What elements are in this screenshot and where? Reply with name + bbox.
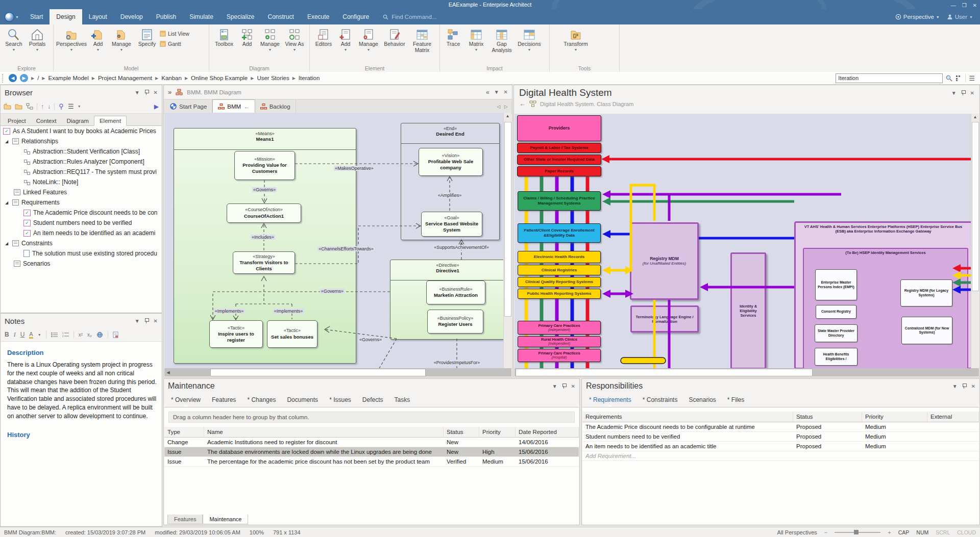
numbered-list-icon[interactable]: 1 2: [62, 332, 69, 338]
move-up-icon[interactable]: ↑: [41, 103, 44, 110]
tab-requirements[interactable]: * Requirements: [589, 396, 631, 403]
breadcrumb-item[interactable]: Kanban: [161, 75, 182, 81]
tab-tasks[interactable]: Tasks: [395, 396, 410, 403]
health-node-phrs[interactable]: Public Health Reporting Systems: [518, 289, 601, 299]
health-node-paper-records[interactable]: Paper Records: [517, 166, 601, 176]
list-view-button[interactable]: List View: [160, 31, 195, 37]
toggle-cloud[interactable]: CLOUD: [957, 529, 976, 535]
document-icon[interactable]: [113, 331, 118, 338]
expand-right-icon[interactable]: ▶: [154, 103, 159, 110]
model-hierarchy-icon[interactable]: [26, 103, 33, 110]
superscript-button[interactable]: x²: [79, 332, 83, 338]
underline-button[interactable]: U: [20, 331, 25, 338]
search-input[interactable]: [836, 73, 943, 83]
close-icon[interactable]: ✕: [971, 383, 975, 389]
gap-analysis-button[interactable]: Gap Analysis: [488, 27, 516, 53]
health-node-centralized-mdm[interactable]: Centralized MDM (for New Systems): [901, 317, 952, 344]
menu-icon[interactable]: ☰: [969, 74, 975, 82]
table-row[interactable]: The Academic Price discount needs to be …: [582, 422, 979, 432]
health-canvas[interactable]: Providers Payroll & Labor / Tax Systems …: [514, 114, 972, 369]
chevron-down-icon[interactable]: ▼: [494, 89, 499, 95]
breadcrumb-item[interactable]: /: [37, 75, 39, 81]
toolbox-button[interactable]: Toolbox: [211, 27, 237, 47]
expand-icon[interactable]: »: [168, 88, 172, 96]
tree-item[interactable]: ◢ Relationships: [1, 136, 161, 146]
diagram-manage-button[interactable]: Manage▼: [257, 27, 283, 52]
status-perspectives[interactable]: All Perspectives: [777, 529, 817, 535]
tab-start-page[interactable]: Start Page: [165, 99, 212, 113]
close-icon[interactable]: ✕: [154, 318, 158, 324]
maintenance-table-header[interactable]: TypeName StatusPriority Date Reported: [164, 427, 579, 438]
perspective-menu[interactable]: Perspective ▼: [895, 14, 940, 20]
health-node-claims[interactable]: Claims / Billing / Scheduling Practice M…: [518, 191, 601, 211]
tree-item[interactable]: Abstraction::Rules Analyzer [Component]: [1, 157, 161, 167]
tab-scroll-left-icon[interactable]: ◁: [497, 104, 500, 109]
expand-icon[interactable]: ◢: [5, 139, 10, 144]
tree-item[interactable]: ✓ The Academic Price discount needs to b…: [1, 208, 161, 218]
bmm-node-tactic-inspire[interactable]: «Tactic» Inspire users to register: [209, 320, 263, 348]
breadcrumb-item[interactable]: User Stories: [257, 75, 289, 81]
chevron-down-icon[interactable]: ▼: [135, 318, 140, 324]
health-node-ehr[interactable]: Electronic Health Records: [518, 251, 601, 263]
pin-icon[interactable]: [144, 90, 149, 95]
horizontal-scrollbar[interactable]: [514, 368, 979, 376]
folder-icon[interactable]: [15, 103, 22, 110]
expand-icon[interactable]: ◢: [5, 200, 10, 205]
bmm-node-vision[interactable]: «Vision» Profitable Web Sale company: [419, 148, 483, 176]
subscript-button[interactable]: x₂: [87, 332, 92, 338]
specify-button[interactable]: Specify: [134, 27, 160, 47]
toggle-num[interactable]: NUM: [916, 529, 928, 535]
tab-back-icon[interactable]: ←: [243, 104, 250, 110]
bullet-list-icon[interactable]: [51, 332, 58, 338]
health-node-primary-care-hospital[interactable]: Primary Care Practices(Hospital): [518, 349, 601, 362]
browser-tab-context[interactable]: Context: [31, 116, 62, 125]
close-icon[interactable]: ✕: [970, 90, 974, 96]
toggle-cap[interactable]: CAP: [898, 529, 910, 535]
expand-icon[interactable]: ◢: [5, 241, 10, 246]
chevron-down-icon[interactable]: ▼: [952, 383, 958, 389]
health-node-other-state[interactable]: Other State or Insurer Required Data: [517, 155, 601, 165]
table-row[interactable]: IssueThe percentage for the academic pri…: [164, 457, 579, 467]
pin-icon[interactable]: [961, 90, 966, 95]
health-node-registry-mdm[interactable]: Registry MDM(for Unaffiliated Entities): [630, 222, 699, 300]
vertical-scrollbar[interactable]: ▲: [503, 113, 511, 369]
tab-configure[interactable]: Configure: [336, 9, 376, 24]
matrix-button[interactable]: Matrix▼: [464, 27, 488, 52]
notes-content[interactable]: Description There is a Linux Operating s…: [1, 342, 161, 526]
close-icon[interactable]: ✕: [154, 90, 158, 95]
tab-start[interactable]: Start: [23, 9, 50, 24]
horizontal-scrollbar[interactable]: ◀: [164, 368, 511, 376]
tab-bmm[interactable]: BMM ←: [212, 99, 255, 113]
tab-changes[interactable]: * Changes: [247, 396, 276, 403]
table-row-selected[interactable]: IssueThe database environments are locke…: [164, 447, 579, 457]
tab-documents[interactable]: Documents: [287, 396, 318, 403]
breadcrumb-item[interactable]: Iteration: [299, 75, 320, 81]
bmm-node-tactic-bonuses[interactable]: «Tactic» Set sales bonuses: [267, 320, 317, 348]
health-node-providers[interactable]: Providers: [517, 115, 601, 141]
gantt-button[interactable]: Gantt: [160, 41, 195, 47]
app-menu-button[interactable]: ▼: [0, 9, 23, 24]
feature-matrix-button[interactable]: Feature Matrix: [408, 27, 436, 53]
bmm-node-businesspolicy[interactable]: «BusinessPolicy» Register Users: [427, 310, 483, 334]
close-icon[interactable]: ✕: [504, 89, 508, 95]
scroll-left-icon[interactable]: ◀: [164, 370, 172, 375]
tab-files[interactable]: * Files: [727, 396, 744, 403]
tree-item[interactable]: ✓ Student numbers need to be verified: [1, 218, 161, 228]
health-node-rural-clinics[interactable]: Rural Health Clinics(Independent): [518, 336, 601, 347]
tab-design[interactable]: Design: [50, 9, 82, 24]
scroll-up-icon[interactable]: ▲: [504, 114, 511, 118]
group-by-hint[interactable]: Drag a column header here to group by th…: [168, 412, 575, 423]
search-options-icon[interactable]: [955, 75, 962, 82]
tree-item[interactable]: Abstraction::Student Verification [Class…: [1, 146, 161, 157]
transform-button[interactable]: Transform▼: [561, 27, 591, 52]
tab-simulate[interactable]: Simulate: [183, 9, 220, 24]
tab-execute[interactable]: Execute: [301, 9, 336, 24]
zoom-out-icon[interactable]: −: [824, 529, 827, 535]
table-row[interactable]: ChangeAcademic Institutions need to regi…: [164, 438, 579, 447]
decisions-button[interactable]: Decisions▼: [516, 27, 543, 52]
bmm-node-strategy[interactable]: «Strategy» Transform Visitors to Clients: [233, 251, 295, 274]
user-menu[interactable]: User ▼: [947, 14, 973, 20]
close-icon[interactable]: ✕: [571, 383, 575, 389]
back-arrow-icon[interactable]: ←: [519, 100, 526, 108]
health-node-consent-registry[interactable]: Consent Registry: [816, 305, 856, 319]
